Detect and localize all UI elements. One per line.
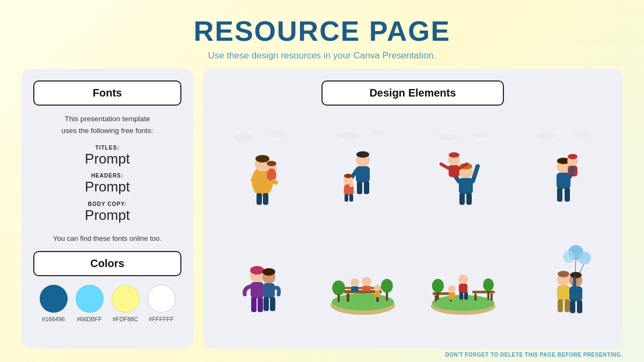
design-elements-header: Design Elements (321, 80, 504, 106)
father-son-walking-figure (315, 114, 410, 222)
color-circle-1 (40, 285, 68, 313)
svg-rect-102 (557, 285, 570, 300)
svg-rect-90 (459, 284, 467, 293)
svg-rect-58 (263, 283, 275, 298)
svg-point-27 (474, 132, 487, 138)
svg-point-9 (267, 161, 276, 166)
svg-line-38 (441, 164, 449, 168)
svg-rect-68 (338, 294, 340, 302)
color-circle-2 (76, 285, 104, 313)
colors-section-header: Colors (33, 251, 181, 276)
svg-rect-5 (257, 193, 262, 205)
svg-rect-91 (459, 292, 463, 300)
svg-rect-94 (449, 292, 455, 300)
font-titles-entry: TITLES: Prompt (33, 145, 181, 167)
font-headers-label: HEADERS: (33, 173, 181, 179)
fonts-find-text: You can find these fonts online too. (33, 234, 181, 242)
svg-rect-23 (345, 194, 348, 202)
figure-cell-2 (315, 114, 410, 222)
page-title: RESOURCE PAGE (194, 15, 451, 47)
font-bodycopy-label: BODY COPY: (33, 201, 181, 207)
svg-point-93 (448, 285, 456, 293)
svg-rect-24 (349, 194, 353, 202)
svg-rect-83 (474, 293, 477, 301)
svg-point-52 (250, 266, 264, 275)
svg-point-1 (271, 131, 286, 137)
svg-rect-31 (459, 193, 465, 205)
svg-point-36 (449, 152, 459, 158)
svg-rect-16 (356, 166, 370, 182)
color-item-4: #FFFFFF (148, 285, 175, 322)
svg-rect-53 (251, 282, 264, 298)
svg-rect-59 (264, 297, 269, 311)
right-panel: Design Elements (203, 69, 623, 349)
svg-rect-108 (570, 300, 575, 313)
figure-cell-8 (516, 227, 611, 335)
father-holding-child-figure (215, 114, 310, 222)
svg-rect-80 (435, 295, 437, 301)
svg-rect-18 (364, 181, 369, 194)
font-headers-name: Prompt (33, 179, 181, 195)
font-bodycopy-name: Prompt (33, 207, 181, 224)
svg-rect-46 (565, 188, 570, 202)
svg-rect-74 (362, 286, 371, 291)
color-item-2: #66DBFF (76, 285, 104, 322)
figure-cell-4 (516, 114, 611, 222)
svg-point-40 (536, 132, 555, 140)
couple-hugging-figure (215, 227, 310, 335)
svg-point-15 (356, 151, 369, 158)
svg-rect-60 (270, 297, 275, 311)
svg-point-25 (349, 183, 354, 187)
svg-point-8 (267, 168, 276, 181)
svg-point-41 (574, 131, 589, 137)
svg-point-75 (374, 285, 380, 291)
svg-point-85 (432, 279, 444, 293)
svg-rect-104 (565, 299, 570, 312)
svg-rect-82 (472, 291, 495, 293)
color-hex-1: #166496 (42, 316, 65, 322)
color-circle-4 (148, 285, 175, 313)
svg-rect-70 (386, 292, 388, 301)
font-titles-name: Prompt (33, 151, 181, 167)
svg-rect-65 (347, 293, 349, 302)
svg-point-13 (371, 130, 386, 136)
svg-rect-76 (375, 291, 380, 297)
svg-point-67 (332, 280, 345, 295)
svg-rect-103 (558, 299, 563, 312)
main-content: Fonts This presentation template uses th… (0, 69, 644, 349)
svg-rect-84 (491, 293, 493, 301)
svg-point-26 (437, 134, 457, 141)
svg-line-110 (574, 278, 575, 289)
color-hex-4: #FFFFFF (149, 316, 173, 322)
svg-rect-88 (487, 291, 489, 300)
svg-rect-109 (577, 300, 582, 313)
color-item-1: #166496 (40, 285, 68, 322)
parent-hugging-child-figure (516, 114, 611, 222)
svg-point-21 (344, 174, 353, 178)
svg-point-73 (362, 277, 371, 286)
svg-rect-32 (466, 193, 472, 205)
footer-note: DON'T FORGET TO DELETE THIS PAGE BEFORE … (0, 349, 644, 362)
elements-grid (215, 111, 611, 338)
svg-point-62 (332, 293, 394, 311)
figure-cell-5 (215, 227, 310, 335)
color-circle-3 (112, 285, 140, 313)
svg-rect-30 (459, 178, 473, 194)
svg-rect-55 (258, 297, 263, 312)
figure-cell-7 (415, 227, 510, 335)
font-bodycopy-entry: BODY COPY: Prompt (33, 201, 181, 224)
left-panel: Fonts This presentation template uses th… (21, 69, 193, 349)
parent-lifting-child-figure (415, 114, 510, 222)
svg-point-96 (578, 252, 591, 264)
svg-point-48 (568, 154, 577, 159)
svg-point-97 (563, 251, 575, 263)
svg-rect-45 (557, 188, 562, 202)
svg-point-4 (255, 155, 269, 162)
font-titles-label: TITLES: (33, 145, 181, 151)
svg-point-87 (483, 278, 494, 291)
svg-rect-17 (357, 181, 362, 194)
park-playground-figure (415, 227, 510, 335)
svg-rect-37 (449, 165, 459, 177)
svg-rect-72 (351, 286, 358, 292)
svg-rect-54 (251, 297, 257, 312)
